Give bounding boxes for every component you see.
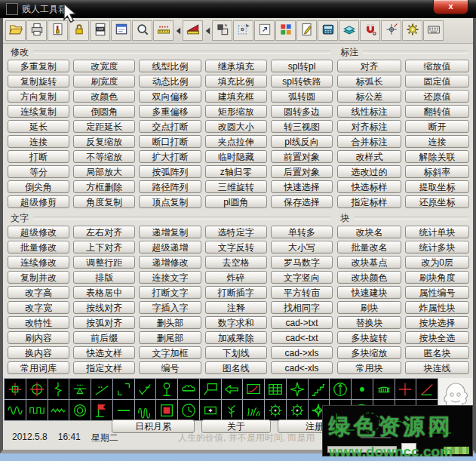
cmd-button[interactable]: 刷块: [337, 301, 401, 314]
cmd-button[interactable]: 保存选择: [271, 195, 333, 208]
cmd-button[interactable]: 圆转多边: [271, 105, 333, 118]
cmd-button[interactable]: 前置对象: [271, 150, 333, 163]
cmd-button[interactable]: 改样式: [337, 150, 401, 163]
magnet-button[interactable]: [360, 20, 380, 41]
cmd-button[interactable]: 图名线: [205, 361, 267, 374]
cmd-button[interactable]: 按线对齐: [73, 301, 135, 314]
cmd-button[interactable]: 双向偏移: [139, 90, 201, 103]
palette-sine-wave-icon[interactable]: [5, 400, 26, 420]
cmd-button[interactable]: 弧转圆: [271, 90, 333, 103]
palette-revision-cloud-icon[interactable]: [178, 379, 199, 399]
cmd-button[interactable]: 改字高: [8, 286, 69, 299]
move-copy-button[interactable]: [212, 20, 232, 41]
palette-arrow-left-icon[interactable]: [222, 379, 243, 399]
flyout-arrow-icon[interactable]: [204, 20, 211, 41]
cmd-button[interactable]: cad<-txt: [271, 331, 333, 344]
palette-red-crosshair-icon[interactable]: [5, 379, 26, 399]
cmd-button[interactable]: 矩形缩放: [205, 105, 267, 118]
cmd-button[interactable]: 上下对齐: [73, 241, 135, 254]
cmd-button[interactable]: 临时隐藏: [205, 150, 267, 163]
cmd-button[interactable]: 还原坐标: [405, 195, 469, 208]
cmd-button[interactable]: 方框删除: [73, 180, 135, 193]
palette-single-line-icon[interactable]: [113, 400, 134, 420]
cmd-button[interactable]: 复制并改: [8, 271, 69, 284]
cmd-button[interactable]: 常用块: [337, 361, 401, 374]
daily-tips-button[interactable]: 日积月累: [112, 420, 195, 433]
cmd-button[interactable]: 选改过的: [337, 165, 401, 178]
cmd-button[interactable]: 缩放值: [405, 60, 469, 72]
palette-compass-star-icon[interactable]: [287, 379, 308, 399]
cmd-button[interactable]: 连接: [405, 135, 469, 148]
cmd-button[interactable]: 按块全选: [405, 331, 469, 344]
cmd-button[interactable]: 倒圆角: [73, 105, 135, 118]
cmd-button[interactable]: 编号: [139, 361, 201, 374]
cmd-button[interactable]: 超级修剪: [8, 195, 69, 208]
measure-button[interactable]: [153, 20, 174, 41]
cmd-button[interactable]: cad->xls: [271, 346, 333, 359]
cmd-button[interactable]: 删头部: [139, 316, 201, 329]
cmd-button[interactable]: 解除关联: [405, 150, 469, 163]
cmd-button[interactable]: 炸碎: [205, 271, 267, 284]
cmd-button[interactable]: 超级修改: [8, 226, 69, 238]
cmd-button[interactable]: 快选标样: [337, 180, 401, 193]
palette-zigzag-icon[interactable]: [48, 400, 69, 420]
cmd-button[interactable]: 排版: [73, 271, 135, 284]
palette-circle-target-icon[interactable]: [26, 379, 48, 399]
cmd-button[interactable]: 改块名: [337, 226, 401, 238]
cmd-button[interactable]: 后置对象: [271, 165, 333, 178]
cmd-button[interactable]: 延长: [8, 120, 69, 133]
palette-clock-icon[interactable]: [178, 400, 199, 420]
form-window-button[interactable]: [111, 20, 131, 41]
cmd-button[interactable]: 常用词库: [8, 361, 69, 374]
cmd-button[interactable]: 块连线: [405, 361, 469, 374]
cmd-button[interactable]: pl线反向: [271, 135, 333, 148]
palette-gear-wheel-2-icon[interactable]: [287, 400, 308, 420]
cmd-button[interactable]: 快速建块: [337, 286, 401, 299]
selection-button[interactable]: [233, 20, 253, 41]
cmd-button[interactable]: 左右对齐: [73, 226, 135, 238]
palette-point-dot-icon[interactable]: [352, 379, 373, 399]
palette-gear-wheel-icon[interactable]: [265, 400, 286, 420]
cmd-button[interactable]: 平方转亩: [271, 286, 333, 299]
cmd-button[interactable]: 前后缀: [73, 331, 135, 344]
palette-leader-callout-icon[interactable]: [200, 379, 221, 399]
cmd-button[interactable]: 批量修改: [8, 241, 69, 254]
cmd-button[interactable]: 改宽度: [73, 60, 135, 72]
palette-level-mark-icon[interactable]: [69, 379, 91, 399]
cmd-button[interactable]: 递增复制: [139, 226, 201, 238]
cmd-button[interactable]: 连续修改: [8, 256, 69, 269]
cmd-button[interactable]: 表格居中: [73, 286, 135, 299]
open-folder-button[interactable]: [5, 20, 26, 41]
palette-stairs-icon[interactable]: [309, 379, 330, 399]
cmd-button[interactable]: 去空格: [205, 256, 267, 269]
cmd-button[interactable]: 多重偏移: [139, 105, 201, 118]
cmd-button[interactable]: 刷内容: [8, 331, 69, 344]
cmd-button[interactable]: 建填充框: [205, 90, 267, 103]
cmd-button[interactable]: 反复缩放: [73, 135, 135, 148]
cmd-button[interactable]: 刷宽度: [73, 75, 135, 88]
cmd-button[interactable]: 动态比例: [139, 75, 201, 88]
cmd-button[interactable]: 改特性: [8, 316, 69, 329]
purge-button[interactable]: [48, 20, 68, 41]
slope-button[interactable]: [183, 20, 203, 41]
title-bar[interactable]: 贱人工具箱 x: [0, 0, 476, 18]
cmd-button[interactable]: 线型比例: [139, 60, 201, 72]
cmd-button[interactable]: 翻转值: [405, 105, 469, 118]
palette-flag-pole-icon[interactable]: [91, 400, 112, 420]
cmd-button[interactable]: 选特定字: [205, 226, 267, 238]
cmd-button[interactable]: 指定文样: [73, 361, 135, 374]
cmd-button[interactable]: 单转多: [271, 226, 333, 238]
palette-section-line-icon[interactable]: [48, 379, 69, 399]
cmd-button[interactable]: 局部放大: [73, 165, 135, 178]
cmd-button[interactable]: 炸属性块: [405, 301, 469, 314]
palette-boxed-point-icon[interactable]: [200, 400, 221, 420]
cmd-button[interactable]: 按块选择: [405, 316, 469, 329]
cmd-button[interactable]: 递增修改: [139, 256, 201, 269]
cmd-button[interactable]: 多重复制: [8, 60, 69, 72]
palette-square-wave-icon[interactable]: [26, 400, 48, 420]
cmd-button[interactable]: 填充比例: [205, 75, 267, 88]
zoom-button[interactable]: [132, 20, 152, 41]
cmd-button[interactable]: 改颜色: [73, 90, 135, 103]
cmd-button[interactable]: 替换块: [337, 316, 401, 329]
keyboard-button[interactable]: [423, 20, 444, 41]
